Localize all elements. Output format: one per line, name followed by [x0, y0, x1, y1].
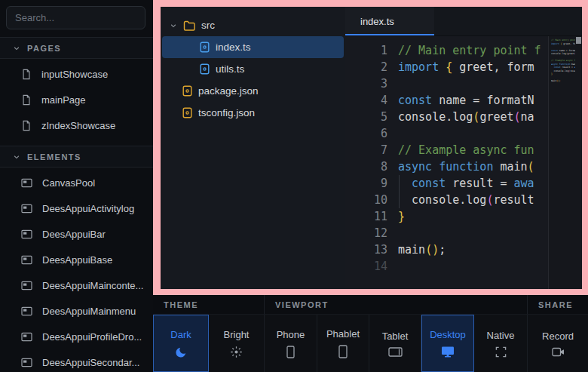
code-file-icon [200, 42, 210, 53]
tab-label: index.ts [360, 16, 394, 27]
code-file-icon [200, 63, 210, 75]
toolbar-header-row: THEMEVIEWPORTSHARE [153, 295, 588, 315]
code-text: import { greet, form [398, 59, 548, 75]
code-text: // Example async fun [398, 142, 548, 158]
tab-index-ts[interactable]: index.ts [345, 7, 434, 35]
page-icon [21, 69, 32, 80]
editor-scrollbar[interactable] [575, 36, 582, 289]
sidebar-item-inputshowcase[interactable]: inputShowcase [0, 61, 153, 87]
bright-button[interactable]: Bright [209, 315, 265, 372]
search-input[interactable] [6, 6, 145, 29]
file-label: utils.ts [216, 63, 244, 75]
code-text: console.log(greet(na [398, 109, 548, 125]
toolbar-buttons-row: DarkBrightPhonePhabletTabletDesktopNativ… [153, 315, 588, 372]
code-text: console.log(result [398, 192, 548, 208]
phone-button[interactable]: Phone [265, 315, 317, 372]
record-button[interactable]: Record [528, 315, 588, 372]
sidebar-item-label: DeesAppuiProfileDro... [42, 331, 142, 343]
line-number: 14 [345, 258, 387, 275]
file-row-src[interactable]: src [162, 14, 344, 36]
line-number: 4 [345, 92, 387, 109]
sidebar-item-label: DeesAppuiMainconte... [42, 280, 143, 291]
sidebar-item-deesappuiactivitylog[interactable]: DeesAppuiActivitylog [0, 195, 153, 221]
file-label: tsconfig.json [198, 107, 255, 118]
button-label: Native [487, 330, 515, 341]
editor-tabbar: index.ts [345, 7, 582, 36]
file-row-tsconfig-json[interactable]: tsconfig.json [162, 102, 344, 124]
sidebar-item-deesappuimainmenu[interactable]: DeesAppuiMainmenu [0, 298, 153, 324]
sidebar-item-zindexshowcase[interactable]: zIndexShowcase [0, 112, 153, 138]
code-line: 9 const result = awa [345, 175, 548, 192]
code-line: 14 [345, 258, 548, 275]
phablet-button[interactable]: Phablet [317, 315, 369, 372]
code-line: 7// Example async fun [345, 142, 548, 158]
component-icon [21, 281, 32, 291]
section-header-pages[interactable]: PAGES [0, 37, 153, 59]
code-file-icon [182, 107, 192, 118]
sidebar-item-label: inputShowcase [41, 69, 108, 80]
code-text [398, 225, 548, 241]
button-label: Tablet [382, 330, 409, 342]
code-line: 6 [345, 125, 548, 142]
scrollbar-thumb[interactable] [576, 37, 581, 44]
button-label: Desktop [430, 329, 466, 340]
file-row-index-ts[interactable]: index.ts [162, 36, 344, 58]
file-row-utils-ts[interactable]: utils.ts [162, 58, 344, 80]
code-line: 2import { greet, form [345, 59, 548, 75]
sidebar-item-label: zIndexShowcase [41, 120, 115, 131]
sidebar-item-deesappuibase[interactable]: DeesAppuiBase [0, 247, 153, 272]
code-line: 12 [345, 225, 548, 241]
line-number: 3 [345, 75, 387, 92]
tablet-icon [388, 347, 403, 357]
desktop-button[interactable]: Desktop [421, 315, 474, 372]
folder-icon [183, 20, 195, 31]
component-icon [21, 332, 32, 342]
file-label: index.ts [216, 42, 251, 53]
line-number: 7 [345, 142, 387, 158]
code-text: main(); [398, 241, 548, 258]
search-container [0, 0, 153, 37]
sidebar-item-label: CanvasPool [42, 177, 95, 189]
preview-frame: srcindex.tsutils.tspackage.jsontsconfig.… [153, 0, 588, 295]
code-area[interactable]: 1// Main entry point f2import { greet, f… [345, 36, 548, 289]
bottom-toolbar: THEMEVIEWPORTSHARE DarkBrightPhonePhable… [153, 295, 588, 372]
line-number: 8 [345, 158, 387, 175]
code-text [398, 125, 548, 142]
component-icon [21, 358, 32, 367]
editor-pane: index.ts 1// Main entry point f2import {… [345, 7, 582, 289]
native-button[interactable]: Native [474, 315, 528, 372]
line-number: 6 [345, 125, 387, 142]
sidebar-sections: PAGESinputShowcasemainPagezIndexShowcase… [0, 37, 153, 372]
toolbar-group-label: SHARE [538, 300, 573, 309]
sidebar-item-mainpage[interactable]: mainPage [0, 87, 153, 112]
sidebar-item-deesappuimainconte[interactable]: DeesAppuiMainconte... [0, 272, 153, 298]
tablet-button[interactable]: Tablet [369, 315, 421, 372]
code-line: 10 console.log(result [345, 192, 548, 208]
line-number: 11 [345, 208, 387, 225]
section-label: ELEMENTS [27, 152, 81, 161]
sidebar-item-deesappuibar[interactable]: DeesAppuiBar [0, 221, 153, 247]
code-line: 3 [345, 75, 548, 92]
dark-button[interactable]: Dark [153, 315, 209, 372]
component-icon [21, 306, 32, 316]
desktop-icon [441, 346, 455, 358]
sidebar-item-deesappuiprofiledro[interactable]: DeesAppuiProfileDro... [0, 324, 153, 349]
toolbar-group-label: THEME [164, 300, 198, 309]
line-number: 1 [345, 42, 387, 59]
code-line: 5console.log(greet(na [345, 109, 548, 125]
sun-icon [230, 346, 243, 358]
component-icon [21, 204, 32, 214]
section-header-elements[interactable]: ELEMENTS [0, 146, 153, 168]
fullscreen-icon [495, 346, 507, 358]
line-number: 5 [345, 109, 387, 125]
code-line: 8async function main( [345, 158, 548, 175]
file-row-package-json[interactable]: package.json [162, 80, 344, 102]
code-editor-demo: srcindex.tsutils.tspackage.jsontsconfig.… [161, 7, 582, 289]
sidebar-item-deesappuisecondar[interactable]: DeesAppuiSecondar... [0, 349, 153, 372]
toolbar-group-label: VIEWPORT [275, 300, 329, 309]
moon-icon [175, 346, 188, 358]
minimap[interactable]: // Main entry point fimport { greet, for… [548, 36, 575, 289]
sidebar-item-canvaspool[interactable]: CanvasPool [0, 170, 153, 195]
section-items: inputShowcasemainPagezIndexShowcase [0, 59, 153, 146]
indent-guide [399, 175, 400, 192]
